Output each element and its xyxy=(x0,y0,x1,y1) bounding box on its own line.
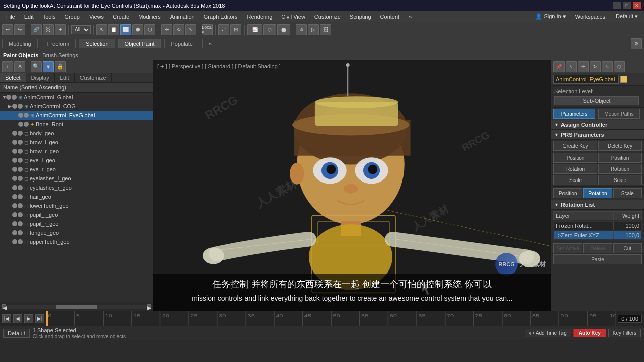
rotation-right-button[interactable]: Rotation xyxy=(598,164,642,174)
undo-button[interactable]: ↩ xyxy=(2,24,13,35)
menu-customize[interactable]: Customize xyxy=(310,13,345,21)
menu-more[interactable]: » xyxy=(405,13,416,21)
menu-create[interactable]: Create xyxy=(109,13,133,21)
rotation-button[interactable]: Rotation xyxy=(553,164,597,174)
menu-tools[interactable]: Tools xyxy=(39,13,60,21)
panel-hier-icon[interactable]: ⬡ xyxy=(614,61,625,72)
redo-button[interactable]: ↪ xyxy=(14,24,25,35)
tree-item-eyelashes-r-geo[interactable]: ◻ eyelashes_r_geo xyxy=(0,183,153,192)
tree-item-brow-l-geo[interactable]: ◻ brow_l_geo xyxy=(0,138,153,147)
scale-tab[interactable]: Scale xyxy=(613,188,642,198)
position-tab[interactable]: Position xyxy=(553,188,582,198)
menu-file[interactable]: File xyxy=(2,13,19,21)
tree-item-animcontrol-eyeglobal[interactable]: ⊞ AnimControl_EyeGlobal xyxy=(0,111,153,120)
subtab-brush-settings[interactable]: Brush Settings xyxy=(42,52,78,58)
set-active-button[interactable]: Set Active xyxy=(553,243,582,253)
scale-button[interactable]: ⤡ xyxy=(185,24,196,35)
tree-item-upperteeth-geo[interactable]: ◻ upperTeeth_geo xyxy=(0,237,153,246)
tab-populate[interactable]: Populate xyxy=(164,39,199,48)
tree-item-bone-root[interactable]: ✦ Bone_Root xyxy=(0,120,153,129)
menu-civil-view[interactable]: Civil View xyxy=(277,13,309,21)
add-time-tag-button[interactable]: 🏷 Add Time Tag xyxy=(525,329,571,337)
tree-item-hair-geo[interactable]: ◻ hair_geo xyxy=(0,192,153,201)
bind-spacewarp[interactable]: ✦ xyxy=(55,24,66,35)
tab-modeling[interactable]: Modeling xyxy=(2,39,38,48)
frozen-rotation-row[interactable]: Frozen Rotat... 100,0 xyxy=(553,221,642,230)
rotation-list-header[interactable]: ▼ Rotation List xyxy=(551,200,644,210)
scene-tab-display[interactable]: Display xyxy=(26,73,55,82)
tree-item-eye-l-geo[interactable]: ◻ eye_l_geo xyxy=(0,156,153,165)
unlink-button[interactable]: ⛓ xyxy=(43,24,54,35)
link-button[interactable]: 🔗 xyxy=(31,24,42,35)
workspaces-select[interactable]: Default ▾ xyxy=(612,12,642,21)
menu-content[interactable]: Content xyxy=(376,13,404,21)
viewport[interactable]: [ + ] [ Perspective ] [ Standard ] [ Def… xyxy=(153,60,551,311)
minimize-button[interactable]: ─ xyxy=(613,2,621,9)
object-color-swatch[interactable] xyxy=(620,76,627,83)
delete-key-button[interactable]: Delete Key xyxy=(598,141,642,151)
render-setup[interactable]: 🖥 xyxy=(296,24,307,35)
cut-button[interactable]: Cut xyxy=(613,243,642,253)
curve-editor[interactable]: 📈 xyxy=(247,24,262,35)
menu-edit[interactable]: Edit xyxy=(20,13,38,21)
tree-item-tongue-geo[interactable]: ◻ tongue_geo xyxy=(0,228,153,237)
menu-group[interactable]: Group xyxy=(60,13,84,21)
circle-select[interactable]: ⬟ xyxy=(132,24,143,35)
mirror-button[interactable]: ⇌ xyxy=(218,24,229,35)
select-button[interactable]: ↖ xyxy=(96,24,107,35)
delete-button[interactable]: Delete xyxy=(583,243,612,253)
extra-options[interactable]: ⚙ xyxy=(631,38,642,49)
menu-scripting[interactable]: Scripting xyxy=(346,13,375,21)
scene-tree[interactable]: ▼ ⊞ AnimControl_Global ▶ ⊞ AnimControl_C… xyxy=(0,93,153,302)
tree-item-animcontrol-global[interactable]: ▼ ⊞ AnimControl_Global xyxy=(0,93,153,102)
scroll-track[interactable] xyxy=(7,305,146,309)
default-label[interactable]: Default xyxy=(3,329,30,338)
assign-controller-header[interactable]: ▼ Assign Controller xyxy=(551,120,644,130)
tab-object-paint[interactable]: Object Paint xyxy=(118,39,162,48)
position-button[interactable]: Position xyxy=(553,153,597,163)
menu-views[interactable]: Views xyxy=(85,13,108,21)
create-key-button[interactable]: Create Key xyxy=(553,141,597,151)
scene-tab-customize[interactable]: Customize xyxy=(75,73,112,82)
tree-scroll-bar[interactable]: ◀ ▶ xyxy=(0,302,153,311)
scale-right-button[interactable]: Scale xyxy=(598,175,642,185)
window-controls[interactable]: ─ □ ✕ xyxy=(613,2,641,9)
menu-graph-editors[interactable]: Graph Editors xyxy=(200,13,242,21)
tree-item-pupil-r-geo[interactable]: ◻ pupil_r_geo xyxy=(0,219,153,228)
tree-item-eyelashes-l-geo[interactable]: ◻ eyelashes_l_geo xyxy=(0,174,153,183)
tree-item-brow-r-geo[interactable]: ◻ brow_r_geo xyxy=(0,147,153,156)
object-name-input[interactable] xyxy=(553,75,619,84)
menu-animation[interactable]: Animation xyxy=(166,13,199,21)
timeline-play-button[interactable]: ▶ xyxy=(24,314,33,323)
scene-tab-select[interactable]: Select xyxy=(0,73,26,82)
timeline-next-button[interactable]: ▶| xyxy=(35,314,44,323)
zero-euler-row[interactable]: ->Zero Euler XYZ 100,0 xyxy=(553,231,642,240)
tree-item-pupil-l-geo[interactable]: ◻ pupil_l_geo xyxy=(0,210,153,219)
rotation-tab[interactable]: Rotation xyxy=(583,188,612,198)
auto-key-button[interactable]: Auto Key xyxy=(573,329,606,337)
position-right-button[interactable]: Position xyxy=(598,153,642,163)
tab-selection[interactable]: Selection xyxy=(79,39,115,48)
prs-header[interactable]: ▼ PRS Parameters xyxy=(551,130,644,140)
frame-counter[interactable]: 0 / 100 xyxy=(618,315,642,323)
filter-icon[interactable]: ▼ xyxy=(43,61,54,72)
scroll-left[interactable]: ◀ xyxy=(2,304,6,309)
timeline-prev-button[interactable]: |◀ xyxy=(2,314,11,323)
tab-more[interactable]: » xyxy=(202,39,218,48)
panel-select-icon[interactable]: ↖ xyxy=(566,61,577,72)
sign-in-button[interactable]: 👤 Sign In ▾ xyxy=(531,12,570,21)
select-filter[interactable]: All xyxy=(71,25,91,34)
tree-item-animcontrol-cog[interactable]: ▶ ⊞ AnimControl_COG xyxy=(0,102,153,111)
scale-button[interactable]: Scale xyxy=(553,175,597,185)
panel-rotate-icon[interactable]: ↻ xyxy=(590,61,601,72)
sub-object-button[interactable]: Sub-Object xyxy=(554,96,639,105)
select-by-name[interactable]: 📋 xyxy=(108,24,119,35)
tab-freeform[interactable]: Freeform xyxy=(41,39,76,48)
maximize-button[interactable]: □ xyxy=(623,2,631,9)
render-button[interactable]: ▷ xyxy=(308,24,319,35)
timeline-back-button[interactable]: ◀ xyxy=(13,314,22,323)
align-button[interactable]: ⊟ xyxy=(230,24,242,35)
material-editor[interactable]: ⬤ xyxy=(277,24,290,35)
fence-select[interactable]: ⬡ xyxy=(144,24,155,35)
rotate-button[interactable]: ↻ xyxy=(173,24,184,35)
